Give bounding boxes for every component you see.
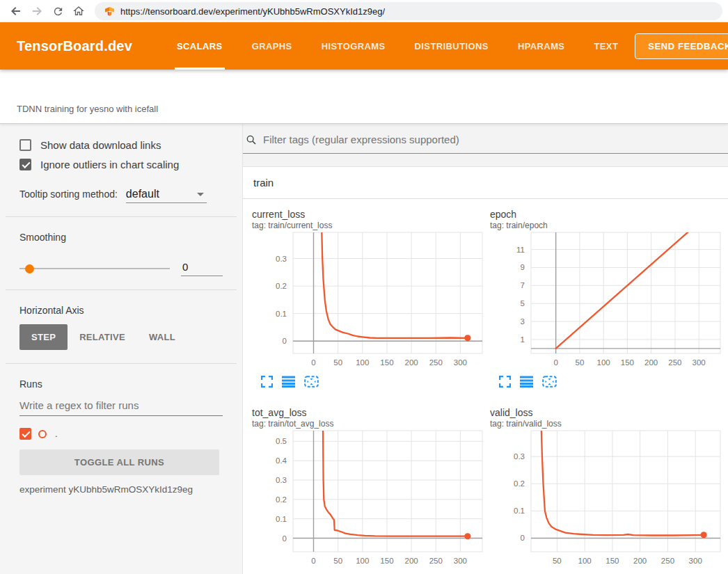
chart-title: valid_loss bbox=[490, 407, 725, 418]
reload-icon bbox=[52, 6, 64, 17]
chart-tag: tag: train/valid_loss bbox=[490, 419, 725, 429]
svg-text:300: 300 bbox=[689, 557, 702, 565]
experiment-title: TDNN training for yesno with icefall bbox=[17, 104, 158, 114]
chart-title: epoch bbox=[490, 209, 725, 220]
svg-text:300: 300 bbox=[693, 358, 706, 367]
smoothing-slider-row: 0 bbox=[19, 261, 223, 276]
axis-relative-button[interactable]: RELATIVE bbox=[68, 324, 137, 350]
log-scale-toggle-icon[interactable] bbox=[282, 376, 295, 388]
svg-text:0.1: 0.1 bbox=[276, 515, 287, 523]
smoothing-label: Smoothing bbox=[0, 232, 242, 243]
svg-text:3: 3 bbox=[521, 317, 525, 326]
axis-wall-button[interactable]: WALL bbox=[137, 324, 187, 350]
nav-tabs: SCALARS GRAPHS HISTOGRAMS DISTRIBUTIONS … bbox=[177, 22, 618, 70]
axis-step-button[interactable]: STEP bbox=[19, 324, 68, 350]
line-chart-epoch[interactable]: 0501001502002503001357911 bbox=[488, 230, 725, 374]
tab-distributions[interactable]: DISTRIBUTIONS bbox=[415, 22, 489, 70]
run-color-swatch[interactable] bbox=[38, 430, 47, 438]
experiment-id-note: experiment yKUbhb5wRmOSXYkId1z9eg bbox=[0, 484, 242, 495]
chart-toolbar bbox=[499, 376, 725, 388]
address-bar[interactable]: https://tensorboard.dev/experiment/yKUbh… bbox=[95, 2, 722, 20]
tab-text[interactable]: TEXT bbox=[594, 22, 618, 70]
smoothing-value-input[interactable]: 0 bbox=[181, 261, 223, 276]
svg-text:150: 150 bbox=[621, 358, 634, 367]
svg-text:0: 0 bbox=[283, 337, 287, 345]
svg-text:250: 250 bbox=[661, 557, 674, 565]
chart-card-valid-loss: valid_loss tag: train/valid_loss 5010015… bbox=[488, 407, 725, 574]
filter-tags-input[interactable]: Filter tags (regular expressions support… bbox=[263, 134, 459, 145]
ignore-outliers-label: Ignore outliers in chart scaling bbox=[40, 159, 179, 170]
line-chart-valid-loss[interactable]: 5010015020025030000.10.20.3 bbox=[488, 429, 725, 572]
svg-text:0: 0 bbox=[521, 534, 525, 542]
log-scale-toggle-icon[interactable] bbox=[520, 376, 533, 388]
tab-scalars[interactable]: SCALARS bbox=[177, 22, 223, 70]
sidebar-divider bbox=[6, 363, 237, 364]
fit-domain-icon[interactable] bbox=[304, 376, 319, 388]
send-feedback-button[interactable]: SEND FEEDBACK bbox=[635, 33, 728, 59]
svg-text:0.4: 0.4 bbox=[276, 456, 287, 465]
run-checkbox[interactable] bbox=[19, 428, 31, 440]
svg-text:0.2: 0.2 bbox=[514, 479, 525, 488]
sidebar-divider bbox=[6, 216, 237, 217]
line-chart-tot-avg-loss[interactable]: 05010015020025030000.10.20.30.40.5 bbox=[250, 429, 486, 572]
tooltip-sorting-label: Tooltip sorting method: bbox=[19, 189, 118, 200]
charts-grid: current_loss tag: train/current_loss 050… bbox=[243, 199, 728, 574]
back-button[interactable] bbox=[7, 2, 25, 20]
svg-text:11: 11 bbox=[516, 246, 525, 254]
fit-domain-icon[interactable] bbox=[542, 376, 557, 388]
train-group-header[interactable]: train bbox=[243, 167, 728, 199]
tab-histograms[interactable]: HISTOGRAMS bbox=[322, 22, 386, 70]
chart-card-current-loss: current_loss tag: train/current_loss 050… bbox=[250, 209, 486, 388]
tooltip-sorting-select[interactable]: default bbox=[126, 188, 207, 203]
tab-graphs[interactable]: GRAPHS bbox=[252, 22, 292, 70]
filter-tags-row: Filter tags (regular expressions support… bbox=[243, 132, 728, 154]
home-button[interactable] bbox=[70, 2, 88, 20]
train-group-card: train current_loss tag: train/current_lo… bbox=[243, 166, 728, 574]
svg-text:1: 1 bbox=[521, 335, 525, 344]
expand-chart-icon[interactable] bbox=[261, 376, 273, 388]
show-download-checkbox[interactable] bbox=[19, 139, 31, 151]
smoothing-slider-thumb[interactable] bbox=[25, 264, 34, 273]
svg-text:9: 9 bbox=[521, 263, 525, 271]
show-download-label: Show data download links bbox=[40, 139, 161, 151]
chart-tag: tag: train/tot_avg_loss bbox=[252, 419, 486, 429]
svg-text:0: 0 bbox=[311, 557, 315, 565]
reload-button[interactable] bbox=[49, 2, 67, 20]
tensorboard-page: https://tensorboard.dev/experiment/yKUbh… bbox=[0, 0, 728, 574]
chart-title: current_loss bbox=[252, 209, 486, 220]
runs-filter-input[interactable]: Write a regex to filter runs bbox=[19, 399, 223, 416]
run-row: . bbox=[0, 428, 242, 440]
chart-title: tot_avg_loss bbox=[252, 407, 486, 418]
expand-chart-icon[interactable] bbox=[499, 376, 511, 388]
chart-tag: tag: train/current_loss bbox=[252, 221, 486, 230]
forward-button[interactable] bbox=[28, 2, 46, 20]
svg-text:50: 50 bbox=[575, 358, 584, 367]
svg-text:250: 250 bbox=[429, 557, 443, 565]
svg-text:50: 50 bbox=[553, 557, 562, 565]
svg-text:0: 0 bbox=[283, 534, 287, 543]
svg-text:0.3: 0.3 bbox=[276, 255, 287, 263]
svg-text:0.2: 0.2 bbox=[276, 282, 287, 290]
svg-text:200: 200 bbox=[633, 557, 647, 565]
horizontal-axis-buttons: STEP RELATIVE WALL bbox=[19, 324, 242, 350]
url-text: https://tensorboard.dev/experiment/yKUbh… bbox=[120, 6, 385, 17]
tooltip-sorting-row: Tooltip sorting method: default bbox=[0, 188, 242, 203]
chart-toolbar bbox=[261, 376, 486, 388]
svg-text:0.1: 0.1 bbox=[276, 310, 287, 318]
chart-card-tot-avg-loss: tot_avg_loss tag: train/tot_avg_loss 050… bbox=[250, 407, 486, 574]
toggle-all-runs-button[interactable]: TOGGLE ALL RUNS bbox=[19, 449, 219, 475]
line-chart-current-loss[interactable]: 05010015020025030000.10.20.3 bbox=[250, 230, 486, 374]
back-arrow-icon bbox=[10, 5, 22, 17]
tensorboard-logo: TensorBoard.dev bbox=[17, 38, 132, 54]
settings-sidebar: Show data download links Ignore outliers… bbox=[0, 124, 243, 574]
svg-text:100: 100 bbox=[597, 358, 610, 367]
runs-label: Runs bbox=[0, 378, 242, 390]
ignore-outliers-checkbox[interactable] bbox=[19, 159, 31, 170]
tab-hparams[interactable]: HPARAMS bbox=[518, 22, 565, 70]
svg-text:250: 250 bbox=[668, 358, 681, 367]
svg-text:0.3: 0.3 bbox=[514, 452, 525, 461]
experiment-title-band: TDNN training for yesno with icefall bbox=[0, 70, 728, 124]
svg-text:0.2: 0.2 bbox=[276, 495, 287, 504]
smoothing-slider[interactable] bbox=[19, 268, 170, 269]
train-group-label: train bbox=[253, 177, 274, 189]
